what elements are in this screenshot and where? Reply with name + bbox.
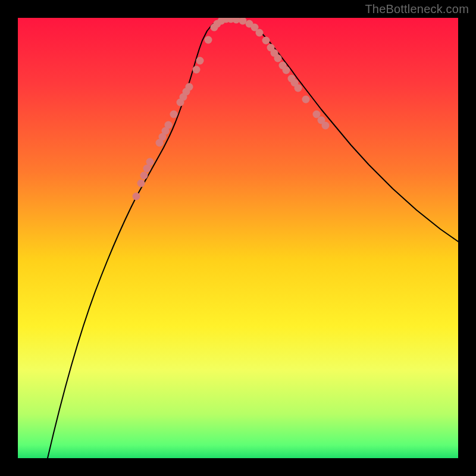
data-marker <box>262 37 270 45</box>
gradient-background <box>18 18 458 458</box>
data-marker <box>146 158 154 166</box>
data-marker <box>205 36 212 44</box>
data-marker <box>274 55 282 62</box>
data-marker <box>133 193 140 201</box>
watermark-text: TheBottleneck.com <box>365 2 469 16</box>
plot-area <box>18 18 458 458</box>
data-marker <box>302 96 310 104</box>
data-marker <box>137 180 145 187</box>
data-marker <box>322 122 330 130</box>
data-marker <box>295 84 302 92</box>
data-marker <box>193 66 201 74</box>
plot-svg <box>18 18 458 458</box>
data-marker <box>170 111 178 118</box>
data-marker <box>140 172 148 180</box>
chart-frame: TheBottleneck.com <box>0 0 476 476</box>
data-marker <box>283 67 290 74</box>
data-marker <box>256 29 264 37</box>
data-marker <box>186 83 193 91</box>
data-marker <box>196 57 204 65</box>
data-marker <box>165 121 173 129</box>
